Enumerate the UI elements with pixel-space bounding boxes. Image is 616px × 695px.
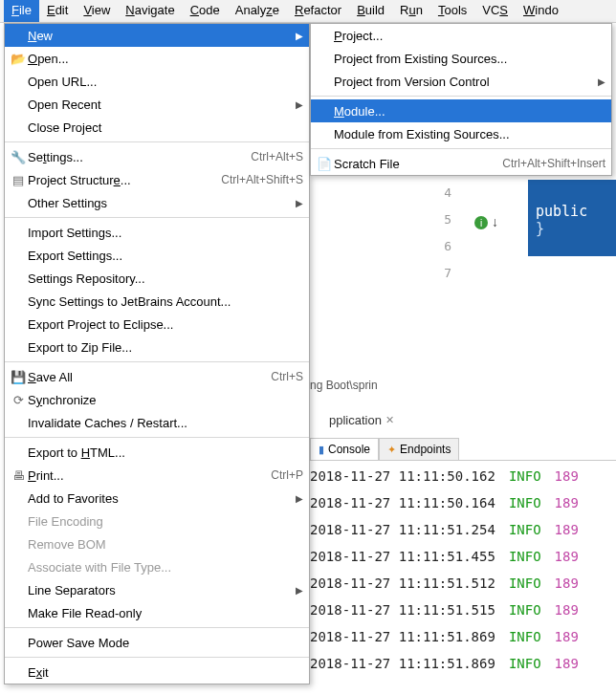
file-menu-print[interactable]: 🖶 Print... Ctrl+P (5, 464, 309, 487)
code-token: public (536, 203, 608, 220)
file-menu-export-html[interactable]: Export to HTML... (5, 441, 309, 464)
close-icon[interactable]: ✕ (382, 414, 394, 426)
submenu-arrow-icon: ▶ (290, 99, 303, 110)
submenu-arrow-icon: ▶ (592, 76, 605, 87)
file-menu-settings[interactable]: 🔧 Settings... Ctrl+Alt+S (5, 145, 309, 168)
sync-icon: ⟳ (9, 393, 28, 407)
menu-edit[interactable]: Edit (39, 0, 76, 22)
menu-refactor[interactable]: Refactor (287, 0, 349, 22)
line-number: 4 (419, 180, 451, 206)
wrench-icon: 🔧 (9, 150, 28, 164)
file-menu-file-encoding: File Encoding (5, 510, 309, 532)
shortcut-text: Ctrl+Alt+Shift+S (211, 173, 303, 186)
tool-window-tabs: ▮ Console ✦ Endpoints (310, 438, 616, 461)
menu-code[interactable]: Code (183, 0, 228, 22)
console-output: 2018-11-27 11:11:50.162INFO189 2018-11-2… (310, 463, 579, 677)
file-menu-invalidate-caches[interactable]: Invalidate Caches / Restart... (5, 411, 309, 434)
save-icon: 💾 (9, 370, 28, 384)
file-menu-new[interactable]: New ▶ (5, 24, 309, 47)
separator (5, 437, 309, 438)
file-menu-import-settings[interactable]: Import Settings... (5, 221, 309, 244)
separator (5, 361, 309, 362)
file-menu-export-settings[interactable]: Export Settings... (5, 244, 309, 267)
log-row: 2018-11-27 11:11:51.515INFO189 (310, 597, 579, 623)
log-row: 2018-11-27 11:11:51.869INFO189 (310, 623, 579, 650)
down-arrow-icon: ↓ (492, 214, 498, 229)
code-selection: public } (528, 180, 616, 256)
separator (311, 96, 611, 97)
separator (5, 141, 309, 142)
log-row: 2018-11-27 11:11:50.164INFO189 (310, 489, 579, 516)
new-module-existing[interactable]: Module from Existing Sources... (311, 122, 611, 145)
menubar: File Edit View Navigate Code Analyze Ref… (0, 0, 616, 23)
file-menu-close-project[interactable]: Close Project (5, 116, 309, 139)
new-scratch-file[interactable]: 📄 Scratch File Ctrl+Alt+Shift+Insert (311, 152, 611, 175)
file-menu-open-recent[interactable]: Open Recent ▶ (5, 93, 309, 116)
menu-window[interactable]: Windo (516, 0, 566, 22)
separator (311, 148, 611, 149)
file-menu-settings-repository[interactable]: Settings Repository... (5, 267, 309, 290)
file-menu-exit[interactable]: Exit (5, 661, 309, 684)
file-menu-power-save[interactable]: Power Save Mode (5, 631, 309, 654)
log-row: 2018-11-27 11:11:51.512INFO189 (310, 570, 579, 597)
line-number: 6 (419, 233, 451, 260)
file-menu-remove-bom: Remove BOM (5, 532, 309, 555)
print-icon: 🖶 (9, 468, 28, 483)
shortcut-text: Ctrl+S (261, 370, 303, 383)
submenu-arrow-icon: ▶ (290, 585, 303, 596)
file-menu-save-all[interactable]: 💾 Save All Ctrl+S (5, 365, 309, 388)
shortcut-text: Ctrl+P (261, 468, 303, 482)
file-menu-export-eclipse[interactable]: Export Project to Eclipse... (5, 313, 309, 336)
menu-vcs[interactable]: VCS (474, 0, 516, 22)
log-row: 2018-11-27 11:11:51.254INFO189 (310, 516, 579, 543)
file-menu-export-zip[interactable]: Export to Zip File... (5, 336, 309, 358)
menu-file[interactable]: File (4, 0, 39, 22)
menu-tools[interactable]: Tools (430, 0, 474, 22)
endpoints-icon: ✦ (387, 444, 396, 456)
log-row: 2018-11-27 11:11:50.162INFO189 (310, 463, 579, 489)
project-structure-icon: ▤ (9, 173, 28, 187)
log-row: 2018-11-27 11:11:51.455INFO189 (310, 543, 579, 570)
run-gutter-icon[interactable]: i (474, 216, 488, 229)
new-submenu: Project... Project from Existing Sources… (310, 23, 612, 176)
new-project[interactable]: Project... (311, 24, 611, 47)
file-menu-open-url[interactable]: Open URL... (5, 70, 309, 93)
line-number: 7 (419, 260, 451, 287)
run-config-tab[interactable]: pplication ✕ (329, 413, 394, 427)
new-project-existing[interactable]: Project from Existing Sources... (311, 47, 611, 70)
code-token: } (536, 220, 608, 237)
file-menu-other-settings[interactable]: Other Settings ▶ (5, 191, 309, 214)
menu-navigate[interactable]: Navigate (118, 0, 182, 22)
folder-open-icon: 📂 (9, 52, 28, 66)
submenu-arrow-icon: ▶ (290, 493, 303, 504)
log-row: 2018-11-27 11:11:51.869INFO189 (310, 650, 579, 677)
separator (5, 657, 309, 658)
menu-run[interactable]: Run (392, 0, 430, 22)
breadcrumb[interactable]: ng Boot\sprin (310, 379, 378, 392)
new-project-vcs[interactable]: Project from Version Control ▶ (311, 70, 611, 93)
submenu-arrow-icon: ▶ (290, 31, 303, 41)
menu-build[interactable]: Build (349, 0, 392, 22)
separator (5, 217, 309, 218)
console-icon: ▮ (319, 444, 324, 456)
tab-console[interactable]: ▮ Console (310, 438, 379, 460)
file-menu-dropdown: New ▶ 📂 Open... Open URL... Open Recent … (4, 23, 310, 684)
file-menu-line-separators[interactable]: Line Separators ▶ (5, 578, 309, 601)
file-menu-open[interactable]: 📂 Open... (5, 47, 309, 70)
file-menu-sync-jetbrains[interactable]: Sync Settings to JetBrains Account... (5, 290, 309, 313)
file-menu-add-favorites[interactable]: Add to Favorites ▶ (5, 487, 309, 510)
editor-gutter: 4 5 6 7 (419, 180, 457, 287)
file-menu-read-only[interactable]: Make File Read-only (5, 601, 309, 624)
menu-analyze[interactable]: Analyze (228, 0, 287, 22)
new-module[interactable]: Module... (311, 99, 611, 122)
scratch-file-icon: 📄 (315, 157, 334, 171)
shortcut-text: Ctrl+Alt+S (241, 150, 303, 163)
shortcut-text: Ctrl+Alt+Shift+Insert (493, 157, 605, 170)
file-menu-assoc-filetype: Associate with File Type... (5, 555, 309, 578)
tab-endpoints[interactable]: ✦ Endpoints (379, 438, 459, 460)
separator (5, 627, 309, 628)
file-menu-synchronize[interactable]: ⟳ Synchronize (5, 388, 309, 411)
menu-view[interactable]: View (76, 0, 118, 22)
file-menu-project-structure[interactable]: ▤ Project Structure... Ctrl+Alt+Shift+S (5, 168, 309, 191)
line-number: 5 (419, 206, 451, 233)
